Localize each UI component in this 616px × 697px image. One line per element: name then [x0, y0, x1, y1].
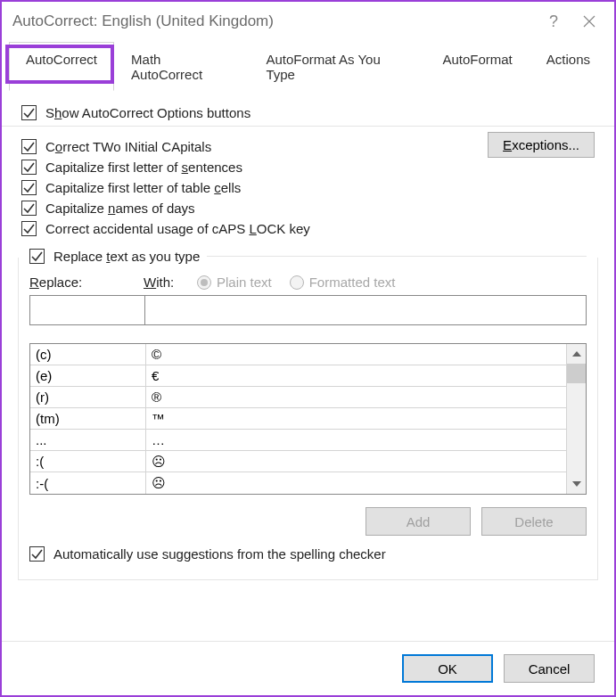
tab-autoformat-as-you-type[interactable]: AutoFormat As You Type [249, 42, 425, 91]
tab-autoformat[interactable]: AutoFormat [425, 42, 529, 91]
cells-checkbox[interactable] [21, 180, 37, 195]
with-input[interactable] [145, 295, 587, 325]
spellcheck-label: Automatically use suggestions from the s… [53, 546, 386, 562]
table-row[interactable]: (r)® [30, 387, 566, 408]
replace-group: Replace text as you type Replace: With: … [18, 258, 598, 580]
replace-checkbox[interactable] [29, 249, 45, 264]
add-button[interactable]: Add [365, 507, 471, 536]
title-bar: AutoCorrect: English (United Kingdom) ? [2, 2, 614, 41]
scroll-up-icon[interactable] [567, 344, 586, 364]
replace-input[interactable] [29, 295, 145, 325]
two-caps-label: Correct TWo INitial CApitals [45, 139, 211, 154]
table-row[interactable]: (tm)™ [30, 408, 566, 430]
with-cell: … [146, 432, 566, 447]
plain-text-label: Plain text [217, 275, 272, 290]
with-cell: ☹ [146, 454, 566, 470]
with-field-label: With: [144, 275, 188, 290]
delete-button[interactable]: Delete [481, 507, 587, 536]
with-cell: ® [146, 390, 566, 405]
replace-cell: (r) [30, 387, 146, 407]
cells-label: Capitalize first letter of table cells [45, 180, 241, 195]
table-row[interactable]: (c)© [30, 344, 566, 365]
two-caps-checkbox[interactable] [21, 139, 37, 154]
replace-field-label: Replace: [29, 275, 144, 290]
table-row[interactable]: (e)€ [30, 365, 566, 387]
formatted-text-radio[interactable] [290, 275, 304, 290]
table-row[interactable]: ...… [30, 430, 566, 451]
replace-cell: :-( [30, 472, 146, 494]
spellcheck-checkbox[interactable] [29, 546, 45, 562]
sentences-checkbox[interactable] [21, 160, 37, 175]
days-checkbox[interactable] [21, 201, 37, 216]
scrollbar[interactable] [566, 344, 586, 494]
table-row[interactable]: :(☹ [30, 451, 566, 472]
with-cell: ™ [146, 411, 566, 426]
with-cell: © [146, 347, 566, 362]
cancel-button[interactable]: Cancel [504, 654, 595, 683]
tab-actions[interactable]: Actions [530, 42, 607, 91]
caps-lock-label: Correct accidental usage of cAPS LOCK ke… [45, 221, 310, 236]
dialog-footer: OK Cancel [2, 641, 614, 695]
show-options-checkbox[interactable] [21, 105, 37, 120]
dialog-title: AutoCorrect: English (United Kingdom) [12, 12, 536, 30]
replace-cell: (c) [30, 344, 146, 365]
replace-cell: (e) [30, 365, 146, 386]
scroll-thumb[interactable] [567, 364, 586, 383]
replace-cell: (tm) [30, 408, 146, 429]
exceptions-button[interactable]: Exceptions... [488, 132, 595, 158]
with-cell: € [146, 368, 566, 383]
with-cell: ☹ [146, 475, 566, 491]
plain-text-radio[interactable] [197, 275, 211, 290]
formatted-text-label: Formatted text [309, 275, 396, 290]
tab-strip: AutoCorrect Math AutoCorrect AutoFormat … [9, 41, 607, 91]
tab-math-autocorrect[interactable]: Math AutoCorrect [114, 42, 249, 91]
caps-lock-checkbox[interactable] [21, 221, 37, 236]
days-label: Capitalize names of days [45, 201, 195, 216]
replace-label: Replace text as you type [53, 249, 200, 264]
autocorrect-table[interactable]: (c)©(e)€(r)®(tm)™...…:(☹:-(☹ [29, 343, 587, 495]
sentences-label: Capitalize first letter of sentences [45, 160, 242, 175]
help-button[interactable]: ? [536, 4, 571, 39]
tab-autocorrect[interactable]: AutoCorrect [9, 42, 114, 91]
replace-cell: ... [30, 430, 146, 450]
show-options-label: Show AutoCorrect Options buttons [45, 105, 251, 120]
replace-cell: :( [30, 451, 146, 472]
scroll-down-icon[interactable] [567, 474, 586, 494]
table-row[interactable]: :-(☹ [30, 472, 566, 494]
close-button[interactable] [571, 4, 607, 39]
ok-button[interactable]: OK [402, 654, 493, 683]
